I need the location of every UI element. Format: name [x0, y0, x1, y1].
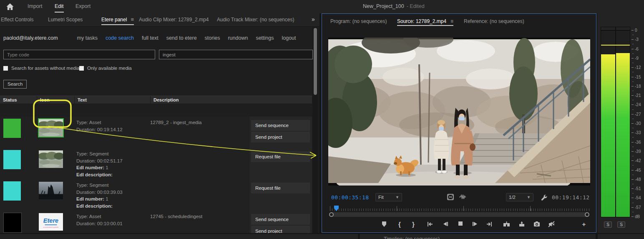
description-cell: 12745 - scheduledingest — [150, 214, 202, 219]
etere-panel-group: Effect ControlsLumetri ScopesEtere panel… — [0, 13, 319, 233]
video-frame[interactable] — [328, 38, 590, 186]
scale-tick — [631, 114, 634, 114]
etere-nav-code-search[interactable]: code search — [106, 35, 134, 41]
mark-out-icon[interactable]: } — [409, 220, 418, 229]
current-timecode[interactable]: 00:00:35:18 — [331, 194, 369, 201]
asset-thumbnail[interactable] — [39, 150, 63, 168]
project-name: New_Project_100 — [363, 3, 404, 9]
monitor-tab-reference[interactable]: Reference: (no sequences) — [464, 16, 524, 27]
text-line-label: Type: — [76, 183, 88, 188]
etere-nav-my-tasks[interactable]: my tasks — [77, 35, 98, 41]
table-row[interactable]: Type: AssetDuration: 00:19:14.1212789_2 … — [0, 117, 312, 148]
drag-audio-icon[interactable] — [459, 194, 466, 201]
scrollbar-right-handle[interactable] — [585, 212, 589, 217]
code-search-input[interactable] — [3, 50, 155, 59]
button-editor-icon[interactable]: + — [580, 220, 588, 229]
scale-tick — [631, 216, 634, 217]
meter-bar-left — [601, 27, 615, 217]
etere-nav-stories[interactable]: stories — [205, 35, 220, 41]
scale-tick-minor — [632, 156, 634, 156]
assets-without-media-checkbox[interactable] — [3, 66, 8, 71]
timeline-panel-tab[interactable]: Timeline: (no sequences) — [384, 236, 440, 239]
panel-tab-lumetri-scopes[interactable]: Lumetri Scopes — [48, 13, 83, 26]
step-forward-icon[interactable] — [471, 220, 479, 229]
monitor-scrollbar[interactable] — [330, 212, 589, 217]
etere-nav-send-to-etere[interactable]: send to etere — [166, 35, 197, 41]
workspace-tab-edit[interactable]: Edit — [55, 0, 64, 13]
source-monitor-panel: 00:00:35:18 Fit▼ 1/2▼ 00:19:14:12 {}+ Pr… — [322, 13, 596, 233]
scale-label: -30 — [635, 122, 641, 126]
go-to-out-icon[interactable] — [485, 220, 493, 229]
panel-divider — [596, 234, 598, 239]
go-to-in-icon[interactable] — [426, 220, 434, 229]
request-file-button[interactable]: Request file — [251, 183, 310, 193]
panel-tab-audio-clip-mixer[interactable]: Audio Clip Mixer: 12789_2.mp4 — [139, 13, 209, 26]
export-frame-icon[interactable] — [533, 220, 541, 229]
scale-label: -9 — [635, 56, 639, 61]
table-row[interactable]: Type: SegmentDuration: 00:02:51.17Edl nu… — [0, 148, 312, 180]
panel-menu-icon[interactable]: ≡ — [450, 18, 453, 24]
scale-tick — [631, 151, 634, 152]
panel-menu-icon[interactable]: ≡ — [131, 16, 134, 23]
etere-nav-settings[interactable]: settings — [256, 35, 274, 41]
scale-label: dB — [635, 215, 640, 219]
scrollbar-left-handle[interactable] — [329, 212, 334, 217]
text-line: Type: Asset — [76, 119, 147, 126]
etere-nav-logout[interactable]: logout — [282, 35, 296, 41]
overwrite-icon[interactable] — [518, 220, 526, 229]
clip-indicator-right[interactable] — [616, 27, 630, 31]
scale-tick — [631, 58, 634, 58]
search-button[interactable]: Search — [3, 80, 27, 89]
tab-overflow-icon[interactable]: » — [312, 16, 314, 23]
asset-thumbnail[interactable] — [39, 182, 63, 199]
asset-thumbnail[interactable] — [39, 119, 63, 137]
table-row[interactable]: Type: SegmentDuration: 00:03:39.03Edl nu… — [0, 179, 312, 211]
app-header: New_Project_100- Edited ImportEditExport — [0, 0, 644, 14]
etere-nav-rundown[interactable]: rundown — [228, 35, 248, 41]
panel-tab-audio-track-mixer[interactable]: Audio Track Mixer: (no sequences) — [217, 13, 294, 26]
mute-icon[interactable] — [547, 220, 556, 229]
scale-tick-minor — [632, 175, 634, 175]
asset-thumbnail[interactable]: Eterea consistent system — [39, 213, 63, 231]
solo-left-button[interactable]: S — [604, 221, 612, 228]
text-line: Edl description: — [76, 171, 147, 178]
playback-resolution-select[interactable]: 1/2▼ — [506, 193, 533, 201]
scale-tick — [631, 86, 634, 86]
drag-video-icon[interactable] — [447, 194, 455, 201]
mark-in-icon[interactable]: { — [395, 220, 404, 229]
text-line-label: Edl description: — [76, 172, 113, 177]
monitor-tab-program[interactable]: Program: (no sequences) — [330, 16, 387, 27]
only-available-media-label: Only available media — [87, 66, 132, 71]
send-sequence-button[interactable]: Send sequence — [251, 214, 310, 225]
add-marker-icon[interactable] — [380, 220, 388, 229]
step-back-icon[interactable] — [441, 220, 450, 229]
project-state: - Edited — [407, 3, 425, 9]
scale-tick — [631, 67, 634, 68]
timeline-ruler[interactable] — [328, 206, 590, 212]
duration-timecode: 00:19:14:12 — [552, 194, 590, 201]
send-project-button[interactable]: Send project — [251, 132, 310, 142]
scale-tick-minor — [632, 91, 634, 91]
solo-right-button[interactable]: S — [617, 221, 625, 228]
scale-tick — [631, 77, 634, 77]
zoom-level-select[interactable]: Fit▼ — [375, 193, 402, 201]
only-available-media-checkbox[interactable] — [79, 66, 84, 71]
description-search-input[interactable] — [159, 50, 313, 59]
workspace-tab-import[interactable]: Import — [28, 0, 42, 13]
panel-scrollbar-thumb[interactable] — [314, 28, 317, 95]
etere-nav-full-text[interactable]: full text — [142, 35, 158, 41]
insert-icon[interactable] — [502, 220, 511, 229]
monitor-tab-source[interactable]: Source: 12789_2.mp4≡ — [397, 16, 463, 27]
stop-icon[interactable] — [456, 220, 465, 229]
request-file-button[interactable]: Request file — [251, 151, 310, 162]
settings-wrench-icon[interactable] — [541, 194, 548, 201]
text-line-label: Duration: — [76, 127, 96, 132]
workspace-tab-export[interactable]: Export — [75, 0, 91, 13]
text-line-value: 1 — [104, 196, 108, 201]
panel-tab-effect-controls[interactable]: Effect Controls — [1, 13, 33, 26]
send-sequence-button[interactable]: Send sequence — [251, 120, 310, 131]
panel-tab-etere-panel[interactable]: Etere panel≡ — [101, 13, 143, 26]
home-icon[interactable] — [6, 3, 15, 10]
clip-indicator-left[interactable] — [601, 27, 615, 31]
scale-tick-minor — [632, 193, 634, 193]
